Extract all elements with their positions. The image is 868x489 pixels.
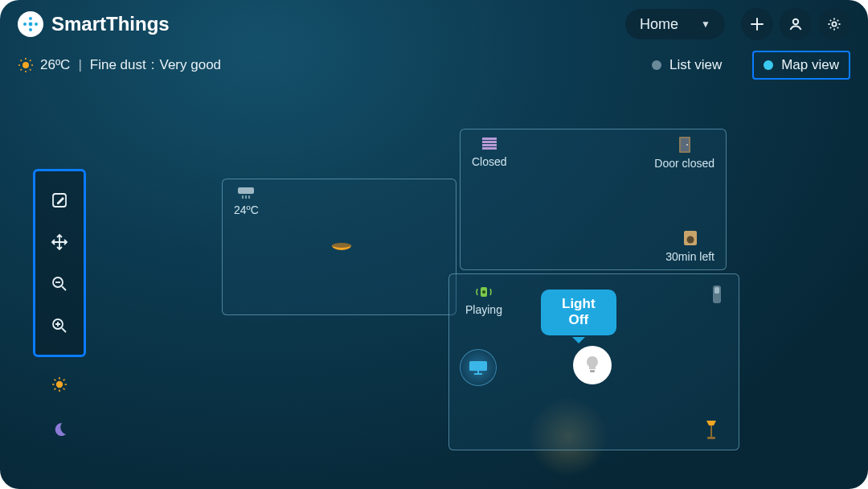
status-bar: 26ºC | Fine dust : Very good List view M… <box>0 48 868 82</box>
tooltip-title: Light <box>562 296 596 312</box>
app-logo <box>18 11 43 37</box>
header: SmartThings Home ▼ <box>0 0 868 48</box>
location-label: Home <box>640 16 678 33</box>
list-view-button[interactable]: List view <box>641 51 733 80</box>
ac-device[interactable]: 24ºC <box>234 186 259 216</box>
air-quality-key: Fine dust <box>90 57 146 73</box>
wall-switch-device[interactable] <box>711 284 723 305</box>
ceiling-light-device[interactable] <box>330 239 353 255</box>
svg-rect-30 <box>469 361 487 371</box>
status-divider: | <box>78 57 81 73</box>
location-select[interactable]: Home ▼ <box>625 9 725 39</box>
svg-rect-16 <box>482 144 497 146</box>
bulb-icon <box>583 355 601 376</box>
washer-device[interactable]: 30min left <box>665 229 714 263</box>
map-view-button[interactable]: Map view <box>752 51 850 80</box>
svg-point-24 <box>482 290 485 294</box>
washer-label: 30min left <box>665 250 714 263</box>
svg-point-20 <box>686 144 688 146</box>
room-1[interactable]: 24ºC <box>222 179 457 315</box>
tv-device-button[interactable] <box>460 349 497 386</box>
list-view-label: List view <box>669 57 722 73</box>
edit-button[interactable] <box>42 183 77 218</box>
air-quality-value: Very good <box>160 57 222 73</box>
svg-point-3 <box>29 28 32 31</box>
add-button[interactable] <box>741 8 773 40</box>
svg-rect-26 <box>714 287 719 294</box>
tooltip-state: Off <box>562 312 596 328</box>
night-mode-button[interactable] <box>42 412 77 447</box>
move-button[interactable] <box>42 224 77 260</box>
radio-dot-icon <box>764 60 773 70</box>
speaker-label: Playing <box>465 303 502 316</box>
zoom-in-button[interactable] <box>42 308 77 343</box>
svg-rect-28 <box>707 437 715 439</box>
weather-sun-icon <box>18 57 34 73</box>
blind-label: Closed <box>472 155 507 168</box>
svg-point-22 <box>686 236 694 244</box>
app-title: SmartThings <box>51 13 170 35</box>
svg-point-4 <box>29 23 33 27</box>
room-2[interactable]: Closed Door closed 30min left <box>460 129 727 270</box>
svg-rect-14 <box>482 138 497 140</box>
day-mode-button[interactable] <box>42 367 77 402</box>
zoom-out-button[interactable] <box>42 266 77 302</box>
tv-icon <box>468 360 489 376</box>
map-tools-group <box>33 169 86 357</box>
temperature-label: 26ºC <box>40 57 70 73</box>
svg-rect-29 <box>590 370 595 372</box>
floor-lamp-device[interactable] <box>703 417 719 442</box>
door-device[interactable]: Door closed <box>654 136 714 170</box>
speaker-device[interactable]: Playing <box>465 284 502 316</box>
svg-rect-15 <box>482 141 497 143</box>
svg-point-11 <box>56 381 63 388</box>
svg-rect-27 <box>710 425 712 437</box>
light-tooltip: Light Off <box>541 290 616 335</box>
chevron-down-icon: ▼ <box>701 18 710 30</box>
light-device-button[interactable] <box>573 346 612 384</box>
svg-point-2 <box>35 23 38 26</box>
svg-point-0 <box>29 17 32 20</box>
settings-button[interactable] <box>818 8 850 40</box>
svg-rect-12 <box>238 187 254 194</box>
svg-rect-17 <box>482 147 497 150</box>
door-label: Door closed <box>654 157 714 170</box>
svg-point-13 <box>332 243 351 248</box>
ac-label: 24ºC <box>234 203 259 216</box>
map-tools <box>32 169 87 447</box>
svg-point-6 <box>832 22 836 26</box>
account-button[interactable] <box>780 8 812 40</box>
svg-point-5 <box>793 19 798 24</box>
svg-point-1 <box>23 23 27 26</box>
smartthings-screen: SmartThings Home ▼ 26ºC | <box>0 0 868 489</box>
radio-dot-icon <box>652 60 661 70</box>
map-view-label: Map view <box>781 57 839 73</box>
svg-point-7 <box>23 62 29 68</box>
blind-device[interactable]: Closed <box>472 136 507 168</box>
